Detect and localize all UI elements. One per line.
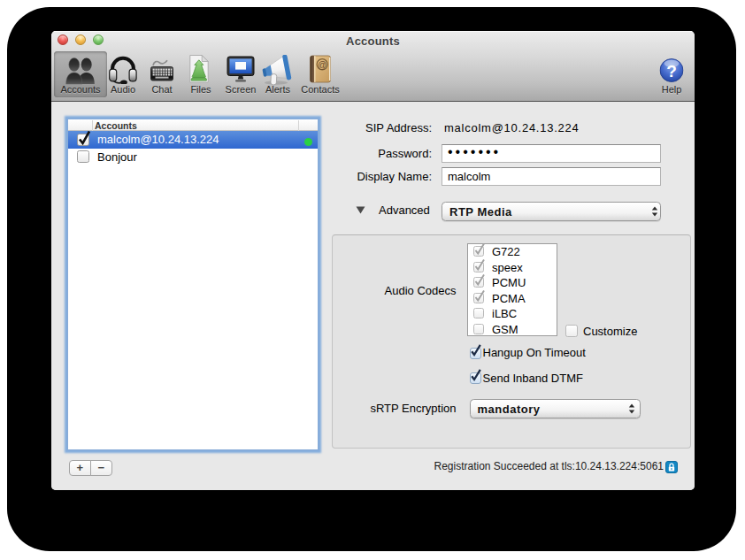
svg-text:@: @ — [318, 59, 326, 70]
svg-text:?: ? — [666, 62, 677, 81]
